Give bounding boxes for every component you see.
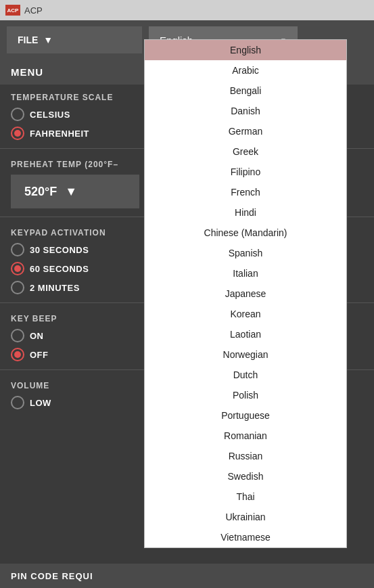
language-option[interactable]: Vietnamese	[145, 527, 346, 547]
language-option[interactable]: Laotian	[145, 324, 346, 344]
beep-off-label: OFF	[30, 350, 49, 360]
language-option[interactable]: Greek	[145, 141, 346, 162]
language-option[interactable]: Chinese (Mandarin)	[145, 223, 346, 243]
language-option[interactable]: Hindi	[145, 202, 346, 223]
preheat-temp-dropdown[interactable]: 520°F ▼	[11, 175, 139, 208]
file-arrow-icon: ▼	[43, 35, 53, 45]
fahrenheit-radio[interactable]	[11, 127, 24, 140]
file-label: FILE	[18, 35, 38, 45]
celsius-label: CELSIUS	[30, 110, 70, 120]
language-option[interactable]: Spanish	[145, 243, 346, 263]
2-minutes-label: 2 MINUTES	[30, 283, 80, 293]
file-dropdown-button[interactable]: FILE ▼	[7, 26, 142, 53]
bottom-bar: PIN CODE REQUI	[0, 564, 374, 588]
language-option[interactable]: Romanian	[145, 426, 346, 446]
beep-off-radio[interactable]	[11, 348, 24, 361]
language-option[interactable]: French	[145, 182, 346, 202]
language-option[interactable]: Japanese	[145, 284, 346, 304]
language-option[interactable]: Ukrainian	[145, 507, 346, 527]
app-title: ACP	[24, 5, 43, 16]
60-seconds-radio[interactable]	[11, 262, 24, 275]
language-option[interactable]: Polish	[145, 385, 346, 405]
30-seconds-radio[interactable]	[11, 243, 24, 256]
fahrenheit-label: FAHRENHEIT	[30, 129, 89, 139]
menu-label: MENU	[11, 66, 43, 78]
volume-low-radio[interactable]	[11, 396, 24, 409]
title-bar: ACP ACP	[0, 0, 374, 20]
celsius-radio[interactable]	[11, 108, 24, 121]
preheat-temp-value: 520°F	[24, 185, 57, 199]
language-dropdown-list: EnglishArabicBengaliDanishGermanGreekFil…	[144, 39, 347, 548]
language-option[interactable]: Danish	[145, 101, 346, 121]
volume-low-label: LOW	[30, 398, 51, 408]
language-option[interactable]: Korean	[145, 304, 346, 324]
60-seconds-label: 60 SECONDS	[30, 264, 89, 274]
2-minutes-radio[interactable]	[11, 281, 24, 294]
language-option[interactable]: Swedish	[145, 466, 346, 487]
language-option[interactable]: Thai	[145, 487, 346, 507]
language-option[interactable]: English	[145, 40, 346, 60]
pin-code-label: PIN CODE REQUI	[11, 571, 93, 581]
language-option[interactable]: Italian	[145, 263, 346, 284]
language-option[interactable]: Dutch	[145, 365, 346, 385]
language-option[interactable]: Norwegian	[145, 344, 346, 365]
preheat-temp-arrow-icon: ▼	[65, 185, 77, 199]
language-option[interactable]: Arabic	[145, 60, 346, 81]
app-logo: ACP	[5, 5, 20, 16]
language-option[interactable]: German	[145, 121, 346, 141]
beep-on-label: ON	[30, 331, 44, 341]
language-option[interactable]: Bengali	[145, 81, 346, 101]
language-option[interactable]: Russian	[145, 446, 346, 466]
30-seconds-label: 30 SECONDS	[30, 245, 89, 255]
beep-on-radio[interactable]	[11, 329, 24, 342]
language-option[interactable]: Portuguese	[145, 405, 346, 426]
language-option[interactable]: Filipino	[145, 162, 346, 182]
